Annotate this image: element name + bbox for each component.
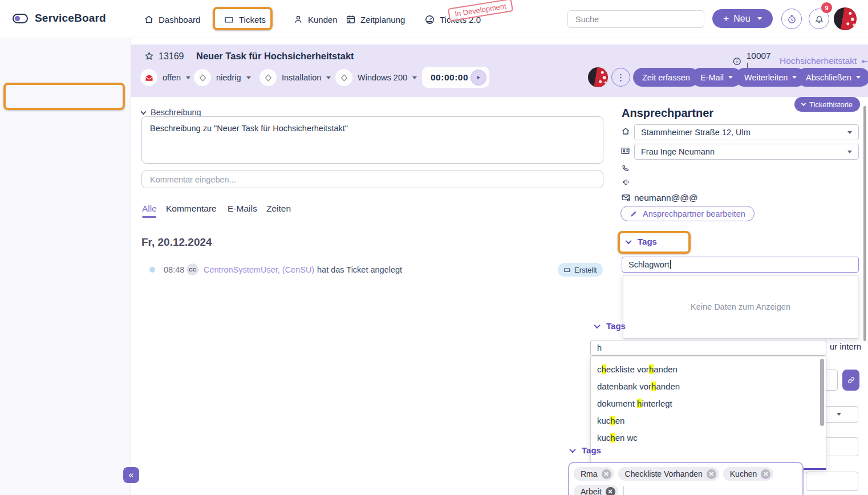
- pencil-icon: [630, 210, 638, 218]
- side-form-input[interactable]: [806, 472, 858, 491]
- chevron-down-icon: [246, 76, 251, 79]
- chevron-down-icon: [594, 322, 600, 328]
- collapse-sidebar-button[interactable]: «: [123, 467, 139, 483]
- calendar-icon: [346, 14, 356, 25]
- diamond-icon: [335, 69, 352, 86]
- more-options-button[interactable]: ⋮: [611, 68, 630, 87]
- forward-button[interactable]: Weiterleiten: [735, 68, 806, 87]
- tags-section-toggle[interactable]: Tags: [595, 321, 626, 331]
- topbar: ServiceBoard Dashboard Tickets Kunden Ze…: [0, 0, 868, 38]
- dropdown-scrollbar[interactable]: [820, 359, 824, 426]
- tag-suggestions-panel: checkliste vorhanden datenbank vorhanden…: [590, 356, 826, 470]
- contact-person-select[interactable]: Frau Inge Neumann: [634, 144, 859, 160]
- timeline-dot: [149, 267, 155, 273]
- nav-zeitplanung[interactable]: Zeitplanung: [346, 12, 405, 27]
- ticket-id: 13169: [159, 51, 184, 62]
- chevron-down-icon: [757, 17, 762, 20]
- tag-option[interactable]: datenbank vorhanden: [591, 378, 826, 395]
- timeline-date-heading: Fr, 20.12.2024: [141, 236, 212, 249]
- chevron-down-icon: [186, 76, 190, 79]
- customer-link[interactable]: Hochsicherheitstakt: [780, 56, 857, 66]
- remove-tag-icon[interactable]: ✕: [761, 469, 770, 479]
- category-dropdown[interactable]: Installation: [259, 68, 331, 87]
- comment-input[interactable]: Kommentar eingeben...: [141, 171, 603, 188]
- serviceboard-app: ServiceBoard Dashboard Tickets Kunden Ze…: [0, 0, 868, 495]
- email-icon: [621, 193, 631, 202]
- chevron-down-icon: [801, 101, 806, 106]
- ticket-history-button[interactable]: Tickethistorie: [794, 97, 860, 112]
- chevron-down-icon: [847, 151, 852, 153]
- link-button[interactable]: [842, 370, 859, 391]
- tag-search-input[interactable]: h: [590, 340, 826, 356]
- plus-icon: +: [723, 13, 729, 25]
- tag-search-input[interactable]: Schlagwort: [622, 257, 859, 273]
- text-cursor: [623, 486, 623, 495]
- description-section-toggle[interactable]: Beschreibung: [141, 108, 201, 117]
- tag-option[interactable]: dokument hinterlegt: [591, 395, 826, 412]
- new-button[interactable]: + Neu: [712, 9, 773, 28]
- record-time-button[interactable]: Zeit erfassen: [633, 68, 699, 87]
- tag-suggestions-empty-panel: Keine Daten zum Anzeigen: [623, 275, 858, 339]
- tab-emails[interactable]: E-Mails: [228, 204, 257, 214]
- chevron-down-icon: [856, 76, 861, 79]
- brand-name: ServiceBoard: [35, 12, 106, 25]
- tag-option[interactable]: kuchen wc: [591, 429, 826, 446]
- timeline-time: 08:48: [164, 265, 184, 274]
- contact-card-icon: [620, 146, 630, 156]
- tag-option[interactable]: checkliste vorhanden: [591, 360, 826, 378]
- tab-kommentare[interactable]: Kommentare: [166, 204, 217, 214]
- remove-tag-icon[interactable]: ✕: [602, 469, 611, 479]
- tags-chips-input[interactable]: Rma ✕ Checkliste Vorhanden ✕ Kuchen ✕ Ar…: [568, 462, 804, 495]
- search-input[interactable]: [567, 10, 704, 28]
- description-textarea[interactable]: Beschreibung zu "Neuer Task für Hochsich…: [141, 116, 603, 164]
- email-button[interactable]: E-Mail: [691, 68, 742, 87]
- nav-dashboard[interactable]: Dashboard: [144, 12, 200, 27]
- remove-tag-icon[interactable]: ✕: [707, 469, 716, 479]
- bell-icon: [814, 14, 825, 25]
- user-avatar[interactable]: [834, 7, 857, 30]
- chevron-down-icon: [625, 237, 631, 244]
- address-select[interactable]: Stammheimer Straße 12, Ulm: [634, 124, 859, 140]
- nav-kunden[interactable]: Kunden: [293, 12, 338, 27]
- favorite-star-icon[interactable]: [144, 51, 155, 62]
- person-icon: [293, 14, 303, 25]
- edit-contact-button[interactable]: Ansprechpartner bearbeiten: [620, 206, 755, 221]
- stopwatch-button[interactable]: [781, 9, 802, 29]
- tab-alle[interactable]: Alle: [142, 204, 157, 214]
- chevron-down-icon: [728, 76, 733, 79]
- assignee-avatar[interactable]: [588, 67, 608, 87]
- ticket-icon: [224, 14, 234, 25]
- stopwatch-icon: [786, 14, 797, 25]
- diamond-icon: [259, 69, 277, 86]
- home-icon: [144, 14, 154, 25]
- brand-logo-icon: [13, 14, 28, 23]
- timeline-user-link[interactable]: CentronSystemUser, (CenSU): [204, 265, 314, 274]
- chevron-down-icon: [569, 446, 575, 452]
- active-tab-underline: [142, 216, 156, 218]
- phone-icon: [621, 164, 630, 173]
- contact-heading: Ansprechpartner: [622, 107, 713, 120]
- remove-tag-icon[interactable]: ✕: [606, 487, 615, 495]
- tag-chip: Arbeit ✕: [574, 485, 618, 495]
- sidebar: [0, 38, 131, 495]
- chevron-down-icon: [847, 131, 852, 134]
- chevron-down-icon: [141, 109, 147, 115]
- info-icon[interactable]: [732, 56, 742, 66]
- close-ticket-button[interactable]: Abschließen: [797, 68, 868, 87]
- priority-dropdown[interactable]: niedrig: [194, 68, 251, 87]
- tag-chip: Kuchen ✕: [723, 467, 773, 481]
- tab-zeiten[interactable]: Zeiten: [266, 204, 291, 214]
- contact-email-value: neumann@@@: [634, 193, 698, 203]
- text-cursor: [670, 260, 671, 269]
- jump-to-customer-icon[interactable]: ⇤: [861, 56, 868, 66]
- system-dropdown[interactable]: Windows 200: [335, 68, 417, 87]
- start-timer-button[interactable]: [470, 70, 486, 86]
- tags-section-toggle[interactable]: Tags: [570, 445, 601, 455]
- nav-tickets[interactable]: Tickets: [224, 12, 266, 27]
- time-tracker: 00:00:00: [422, 67, 489, 88]
- tag-option[interactable]: kuchen: [591, 412, 826, 429]
- chevron-down-icon: [837, 413, 841, 416]
- status-dropdown[interactable]: offen: [140, 68, 190, 87]
- tags-section-toggle[interactable]: Tags: [626, 237, 657, 246]
- page-scrollbar[interactable]: [863, 106, 866, 341]
